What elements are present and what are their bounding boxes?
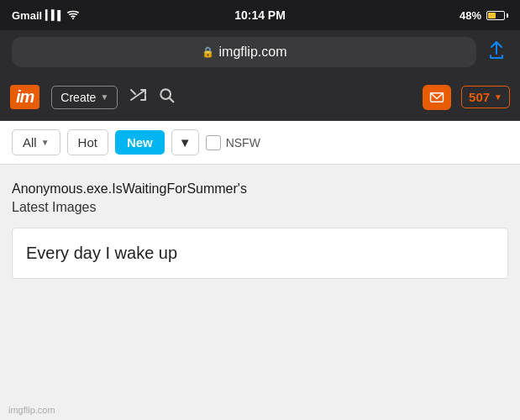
nsfw-checkbox[interactable]: NSFW — [206, 135, 260, 150]
status-bar: Gmail ▎▍▌ 10:14 PM 48% — [0, 0, 520, 30]
all-label: All — [23, 135, 37, 150]
notification-button[interactable]: 507 ▼ — [461, 86, 510, 108]
status-time: 10:14 PM — [234, 8, 286, 22]
image-card[interactable]: Every day I wake up — [12, 228, 508, 279]
battery-percent: 48% — [460, 9, 481, 22]
apostrophe: 's — [238, 181, 247, 196]
notif-arrow: ▼ — [494, 92, 502, 102]
hot-filter-button[interactable]: Hot — [67, 129, 108, 155]
status-right: 48% — [460, 9, 508, 22]
lock-icon: 🔒 — [202, 46, 214, 58]
url-text: imgflip.com — [219, 45, 287, 60]
new-label: New — [127, 135, 153, 150]
address-bar[interactable]: 🔒 imgflip.com — [12, 37, 476, 67]
dropdown-arrow: ▼ — [179, 135, 192, 150]
signal-bars: ▎▍▌ — [45, 10, 63, 21]
svg-point-0 — [72, 18, 74, 19]
status-carrier: Gmail ▎▍▌ — [12, 9, 80, 22]
battery-icon — [486, 11, 508, 20]
create-label: Create — [60, 91, 96, 104]
all-arrow: ▼ — [41, 138, 50, 147]
profile-heading: Anonymous.exe.IsWaitingForSummer's Lates… — [12, 180, 508, 218]
share-button[interactable] — [485, 41, 508, 64]
notif-count: 507 — [469, 90, 490, 104]
main-content: Anonymous.exe.IsWaitingForSummer's Lates… — [0, 165, 520, 279]
hot-label: Hot — [78, 135, 97, 150]
imgflip-logo[interactable]: im — [10, 85, 39, 109]
new-dropdown-button[interactable]: ▼ — [171, 129, 199, 155]
imgflip-navbar: im Create ▼ 507 ▼ — [0, 74, 520, 121]
image-card-text: Every day I wake up — [26, 244, 177, 262]
carrier-label: Gmail — [12, 9, 42, 22]
all-filter-button[interactable]: All ▼ — [12, 129, 60, 155]
search-icon[interactable] — [158, 87, 175, 108]
nsfw-label: NSFW — [226, 136, 260, 150]
filter-bar: All ▼ Hot New ▼ NSFW — [0, 121, 520, 165]
svg-line-2 — [131, 90, 135, 94]
create-arrow: ▼ — [100, 92, 108, 102]
wifi-icon — [66, 9, 80, 22]
create-button[interactable]: Create ▼ — [51, 86, 118, 109]
nsfw-box[interactable] — [206, 135, 221, 150]
username[interactable]: Anonymous.exe.IsWaitingForSummer — [12, 181, 238, 196]
svg-line-4 — [170, 98, 174, 102]
mail-button[interactable] — [423, 85, 451, 110]
section-label: Latest Images — [12, 198, 508, 217]
imgflip-watermark: imgflip.com — [8, 405, 55, 415]
shuffle-icon[interactable] — [128, 87, 148, 107]
new-filter-button[interactable]: New — [115, 130, 165, 155]
address-bar-container: 🔒 imgflip.com — [0, 30, 520, 74]
